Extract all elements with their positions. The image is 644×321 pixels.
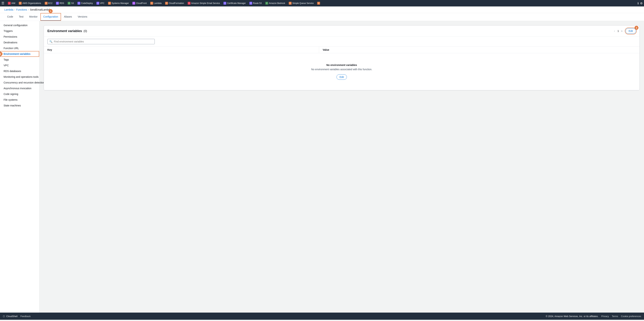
ses-label: Amazon Simple Email Service [191, 2, 220, 5]
empty-state-title: No environment variables [51, 64, 632, 66]
cookie-preferences-link[interactable]: Cookie preferences [621, 315, 641, 317]
breadcrumb-functions[interactable]: Functions [16, 8, 27, 11]
nav-service-codedeploy[interactable]: ⬡ CodeDeploy [76, 1, 94, 5]
breadcrumb-current: SendEmailLambda [30, 8, 51, 11]
nav-service-iam[interactable]: I IAM [6, 1, 17, 5]
sidebar-item-tags[interactable]: Tags [0, 57, 39, 63]
search-input[interactable] [54, 40, 153, 43]
lambda-icon: ⬡ [150, 2, 153, 5]
cert-icon: ⬡ [224, 2, 226, 5]
cloudshell-btn[interactable]: ⬡ CloudShell [3, 315, 18, 317]
edit-button-empty[interactable]: Edit [336, 74, 347, 80]
sm-icon: ⬡ [108, 2, 111, 5]
feedback-link[interactable]: Feedback [20, 315, 30, 317]
sidebar-item-file-systems[interactable]: File systems [0, 97, 39, 103]
card-header: Environment variables (0) ‹ 1 › 3 Edit [44, 26, 640, 37]
sqs-label: Simple Queue Service [292, 2, 314, 5]
empty-state-cell: No environment variables No environment … [44, 53, 640, 90]
s3-label: S3 [71, 2, 74, 5]
col-value: Value [319, 47, 640, 53]
terms-link[interactable]: Terms [612, 315, 618, 317]
sidebar-item-permissions[interactable]: Permissions [0, 34, 39, 40]
nav-service-systems-manager[interactable]: ⬡ Systems Manager [106, 1, 130, 5]
footer-right: © 2024, Amazon Web Services, Inc. or its… [546, 315, 641, 317]
nav-service-ses[interactable]: ⬡ Amazon Simple Email Service [186, 1, 222, 5]
s3-icon: ⬡ [68, 2, 70, 5]
sidebar-item-async-invocation[interactable]: Asynchronous invocation [0, 85, 39, 91]
search-bar-container: 🔍 [44, 37, 640, 47]
top-nav-right: ℹ ⚙ [638, 2, 642, 5]
sidebar-item-function-url[interactable]: Function URL [0, 45, 39, 51]
sidebar-item-concurrency[interactable]: Concurrency and recursion detection [0, 80, 39, 85]
nav-service-rds[interactable]: ⬡ RDS [54, 1, 66, 5]
prev-page-button[interactable]: ‹ [613, 29, 616, 33]
sidebar-item-vpc[interactable]: VPC [0, 63, 39, 68]
tab-aliases[interactable]: Aliases [61, 13, 75, 21]
col-key: Key [44, 47, 319, 53]
card-header-right: ‹ 1 › 3 Edit [613, 28, 636, 34]
env-vars-card: Environment variables (0) ‹ 1 › 3 Edit [44, 25, 640, 90]
footer-copyright: © 2024, Amazon Web Services, Inc. or its… [546, 315, 598, 317]
vpc-icon: ⬡ [96, 2, 99, 5]
bedrock-label: Amazon Bedrock [269, 2, 285, 5]
tab-configuration[interactable]: Configuration [40, 13, 61, 21]
settings-icon[interactable]: ⚙ [640, 2, 642, 5]
env-table: Key Value No environment variables No en… [44, 47, 640, 90]
footer: ⬡ CloudShell Feedback © 2024, Amazon Web… [0, 312, 644, 320]
nav-service-lambda[interactable]: ⬡ Lambda [149, 1, 163, 5]
breadcrumb-lambda[interactable]: Lambda [4, 8, 14, 11]
next-page-button[interactable]: › [620, 29, 624, 33]
nav-service-ec2[interactable]: ⬡ EC2 [43, 1, 54, 5]
footer-left: ⬡ CloudShell Feedback [3, 315, 30, 317]
sidebar-item-general-configuration[interactable]: General configuration [0, 22, 39, 28]
empty-state: No environment variables No environment … [48, 55, 636, 88]
vpc-label: VPC [100, 2, 104, 5]
ses-icon: ⬡ [188, 2, 190, 5]
tab-monitor[interactable]: Monitor [26, 13, 40, 21]
nav-service-cert-manager[interactable]: ⬡ Certificate Manager [222, 1, 247, 5]
sidebar-item-environment-variables[interactable]: Environment variables [0, 51, 39, 57]
cloudshell-label: CloudShell [6, 315, 18, 317]
iam-label: IAM [12, 2, 15, 5]
ec2-label: EC2 [48, 2, 52, 5]
env-vars-count: (0) [84, 30, 87, 33]
privacy-link[interactable]: Privacy [601, 315, 609, 317]
annotation-1: 1 [49, 9, 52, 13]
nav-services: I IAM ⬡ AWS Organizations ⬡ EC2 ⬡ RDS ⬡ … [6, 1, 638, 5]
pagination: ‹ 1 › [613, 29, 623, 33]
nav-service-s3[interactable]: ⬡ S3 [66, 1, 75, 5]
top-nav: ☰ I IAM ⬡ AWS Organizations ⬡ EC2 ⬡ RDS … [0, 0, 644, 7]
tab-code[interactable]: Code [4, 13, 16, 21]
cloudshell-icon: ⬡ [3, 315, 5, 317]
cloudfront-label: CloudFront [136, 2, 146, 5]
nav-service-bedrock[interactable]: ⬡ Amazon Bedrock [264, 1, 286, 5]
sidebar-item-rds-databases[interactable]: RDS databases [0, 68, 39, 74]
sidebar-item-state-machines[interactable]: State machines [0, 103, 39, 108]
nav-service-route53[interactable]: ⬡ Route 53 [248, 1, 263, 5]
tab-versions[interactable]: Versions [75, 13, 90, 21]
route53-icon: ⬡ [249, 2, 252, 5]
sidebar-item-code-signing[interactable]: Code signing [0, 91, 39, 97]
annotation-3: 3 [634, 26, 638, 30]
edit-button-header[interactable]: Edit [626, 28, 636, 34]
nav-service-c[interactable]: C [316, 1, 322, 5]
lambda-label: Lambda [154, 2, 162, 5]
sidebar-item-destinations[interactable]: Destinations [0, 40, 39, 45]
page-number: 1 [618, 30, 619, 32]
info-icon[interactable]: ℹ [638, 2, 639, 5]
nav-service-aws-organizations[interactable]: ⬡ AWS Organizations [17, 1, 42, 5]
sqs-icon: ⬡ [289, 2, 292, 5]
bedrock-icon: ⬡ [265, 2, 268, 5]
tab-test[interactable]: Test [16, 13, 26, 21]
codedeploy-label: CodeDeploy [81, 2, 93, 5]
aws-org-icon: ⬡ [19, 2, 22, 5]
nav-service-cloudformation[interactable]: ⬡ CloudFormation [164, 1, 185, 5]
nav-service-sqs[interactable]: ⬡ Simple Queue Service [287, 1, 315, 5]
nav-service-vpc[interactable]: ⬡ VPC [95, 1, 106, 5]
codedeploy-icon: ⬡ [78, 2, 80, 5]
sidebar-item-triggers[interactable]: Triggers [0, 28, 39, 34]
menu-icon[interactable]: ☰ [2, 1, 4, 5]
c-icon: C [317, 2, 320, 5]
sidebar-item-monitoring-operations[interactable]: Monitoring and operations tools [0, 74, 39, 80]
nav-service-cloudfront[interactable]: ⬡ CloudFront [131, 1, 148, 5]
